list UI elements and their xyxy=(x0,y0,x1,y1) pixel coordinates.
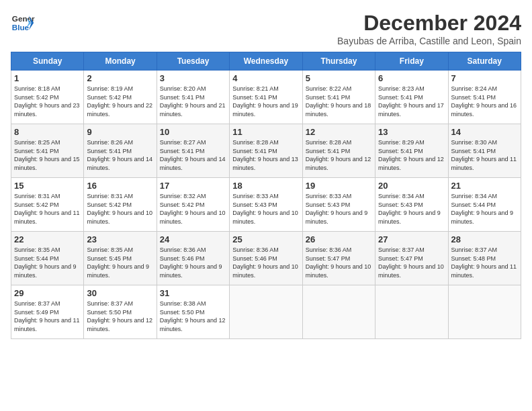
day-number: 4 xyxy=(232,73,299,83)
col-friday: Friday xyxy=(375,52,448,71)
calendar-cell: 31 Sunrise: 8:38 AM Sunset: 5:50 PM Dayl… xyxy=(157,285,229,339)
calendar-week-row: 15 Sunrise: 8:31 AM Sunset: 5:42 PM Dayl… xyxy=(11,178,521,232)
day-number: 2 xyxy=(87,73,153,83)
day-info: Sunrise: 8:19 AM Sunset: 5:42 PM Dayligh… xyxy=(87,85,153,118)
calendar-cell: 15 Sunrise: 8:31 AM Sunset: 5:42 PM Dayl… xyxy=(11,178,84,232)
calendar-cell: 25 Sunrise: 8:36 AM Sunset: 5:46 PM Dayl… xyxy=(230,232,302,285)
location-title: Bayubas de Arriba, Castille and Leon, Sp… xyxy=(337,36,521,46)
calendar-cell: 19 Sunrise: 8:33 AM Sunset: 5:43 PM Dayl… xyxy=(302,178,375,232)
day-info: Sunrise: 8:32 AM Sunset: 5:42 PM Dayligh… xyxy=(160,192,226,226)
calendar-cell: 20 Sunrise: 8:34 AM Sunset: 5:43 PM Dayl… xyxy=(375,178,448,232)
day-number: 3 xyxy=(160,73,226,83)
day-number: 18 xyxy=(232,181,299,191)
calendar-cell: 22 Sunrise: 8:35 AM Sunset: 5:44 PM Dayl… xyxy=(11,232,84,285)
day-info: Sunrise: 8:22 AM Sunset: 5:41 PM Dayligh… xyxy=(306,85,372,118)
title-area: December 2024 Bayubas de Arriba, Castill… xyxy=(337,11,521,46)
day-number: 7 xyxy=(451,73,518,83)
calendar-cell: 9 Sunrise: 8:26 AM Sunset: 5:41 PM Dayli… xyxy=(84,124,157,178)
calendar-cell: 13 Sunrise: 8:29 AM Sunset: 5:41 PM Dayl… xyxy=(375,124,448,178)
calendar-table: Sunday Monday Tuesday Wednesday Thursday… xyxy=(11,52,521,339)
month-title: December 2024 xyxy=(337,11,521,36)
col-monday: Monday xyxy=(84,52,157,71)
day-info: Sunrise: 8:28 AM Sunset: 5:41 PM Dayligh… xyxy=(306,138,372,172)
calendar-cell: 8 Sunrise: 8:25 AM Sunset: 5:41 PM Dayli… xyxy=(11,124,84,178)
calendar-cell xyxy=(375,285,448,339)
day-info: Sunrise: 8:20 AM Sunset: 5:41 PM Dayligh… xyxy=(160,85,226,118)
calendar-week-row: 29 Sunrise: 8:37 AM Sunset: 5:49 PM Dayl… xyxy=(11,285,521,339)
calendar-cell: 12 Sunrise: 8:28 AM Sunset: 5:41 PM Dayl… xyxy=(302,124,375,178)
day-number: 16 xyxy=(87,181,153,191)
day-number: 17 xyxy=(160,181,226,191)
day-info: Sunrise: 8:35 AM Sunset: 5:44 PM Dayligh… xyxy=(14,246,81,279)
day-info: Sunrise: 8:23 AM Sunset: 5:41 PM Dayligh… xyxy=(378,85,445,118)
day-info: Sunrise: 8:35 AM Sunset: 5:45 PM Dayligh… xyxy=(87,246,153,279)
logo: General Blue xyxy=(11,11,35,35)
day-number: 1 xyxy=(14,73,81,83)
day-number: 31 xyxy=(160,288,226,298)
calendar-cell: 1 Sunrise: 8:18 AM Sunset: 5:42 PM Dayli… xyxy=(11,71,84,124)
day-number: 15 xyxy=(14,181,81,191)
day-number: 23 xyxy=(87,234,153,244)
day-number: 25 xyxy=(232,234,299,244)
calendar-cell: 23 Sunrise: 8:35 AM Sunset: 5:45 PM Dayl… xyxy=(84,232,157,285)
calendar-cell: 14 Sunrise: 8:30 AM Sunset: 5:41 PM Dayl… xyxy=(448,124,521,178)
day-number: 29 xyxy=(14,288,81,298)
day-info: Sunrise: 8:28 AM Sunset: 5:41 PM Dayligh… xyxy=(232,138,299,172)
calendar-cell: 30 Sunrise: 8:37 AM Sunset: 5:50 PM Dayl… xyxy=(84,285,157,339)
col-saturday: Saturday xyxy=(448,52,521,71)
calendar-cell: 4 Sunrise: 8:21 AM Sunset: 5:41 PM Dayli… xyxy=(230,71,302,124)
day-number: 20 xyxy=(378,181,445,191)
day-info: Sunrise: 8:27 AM Sunset: 5:41 PM Dayligh… xyxy=(160,138,226,172)
calendar-week-row: 22 Sunrise: 8:35 AM Sunset: 5:44 PM Dayl… xyxy=(11,232,521,285)
day-info: Sunrise: 8:34 AM Sunset: 5:43 PM Dayligh… xyxy=(378,192,445,226)
day-info: Sunrise: 8:37 AM Sunset: 5:49 PM Dayligh… xyxy=(14,300,81,333)
calendar-cell: 29 Sunrise: 8:37 AM Sunset: 5:49 PM Dayl… xyxy=(11,285,84,339)
calendar-cell: 28 Sunrise: 8:37 AM Sunset: 5:48 PM Dayl… xyxy=(448,232,521,285)
day-info: Sunrise: 8:18 AM Sunset: 5:42 PM Dayligh… xyxy=(14,85,81,118)
calendar-cell xyxy=(230,285,302,339)
day-info: Sunrise: 8:30 AM Sunset: 5:41 PM Dayligh… xyxy=(451,138,518,172)
day-number: 8 xyxy=(14,127,81,137)
col-thursday: Thursday xyxy=(302,52,375,71)
day-number: 24 xyxy=(160,234,226,244)
calendar-cell: 16 Sunrise: 8:31 AM Sunset: 5:42 PM Dayl… xyxy=(84,178,157,232)
calendar-cell: 21 Sunrise: 8:34 AM Sunset: 5:44 PM Dayl… xyxy=(448,178,521,232)
col-sunday: Sunday xyxy=(11,52,84,71)
page-header: General Blue December 2024 Bayubas de Ar… xyxy=(11,11,521,46)
day-number: 27 xyxy=(378,234,445,244)
day-number: 13 xyxy=(378,127,445,137)
calendar-cell: 7 Sunrise: 8:24 AM Sunset: 5:41 PM Dayli… xyxy=(448,71,521,124)
calendar-week-row: 1 Sunrise: 8:18 AM Sunset: 5:42 PM Dayli… xyxy=(11,71,521,124)
day-number: 30 xyxy=(87,288,153,298)
day-info: Sunrise: 8:36 AM Sunset: 5:46 PM Dayligh… xyxy=(232,246,299,279)
calendar-cell: 2 Sunrise: 8:19 AM Sunset: 5:42 PM Dayli… xyxy=(84,71,157,124)
day-number: 14 xyxy=(451,127,518,137)
day-info: Sunrise: 8:25 AM Sunset: 5:41 PM Dayligh… xyxy=(14,138,81,172)
day-info: Sunrise: 8:36 AM Sunset: 5:47 PM Dayligh… xyxy=(306,246,372,279)
day-info: Sunrise: 8:37 AM Sunset: 5:47 PM Dayligh… xyxy=(378,246,445,279)
calendar-cell: 27 Sunrise: 8:37 AM Sunset: 5:47 PM Dayl… xyxy=(375,232,448,285)
col-tuesday: Tuesday xyxy=(157,52,229,71)
day-number: 26 xyxy=(306,234,372,244)
day-number: 11 xyxy=(232,127,299,137)
calendar-cell: 11 Sunrise: 8:28 AM Sunset: 5:41 PM Dayl… xyxy=(230,124,302,178)
day-info: Sunrise: 8:29 AM Sunset: 5:41 PM Dayligh… xyxy=(378,138,445,172)
calendar-cell: 3 Sunrise: 8:20 AM Sunset: 5:41 PM Dayli… xyxy=(157,71,229,124)
day-info: Sunrise: 8:31 AM Sunset: 5:42 PM Dayligh… xyxy=(87,192,153,226)
day-info: Sunrise: 8:26 AM Sunset: 5:41 PM Dayligh… xyxy=(87,138,153,172)
calendar-cell: 6 Sunrise: 8:23 AM Sunset: 5:41 PM Dayli… xyxy=(375,71,448,124)
calendar-cell: 10 Sunrise: 8:27 AM Sunset: 5:41 PM Dayl… xyxy=(157,124,229,178)
day-info: Sunrise: 8:24 AM Sunset: 5:41 PM Dayligh… xyxy=(451,85,518,118)
calendar-cell: 26 Sunrise: 8:36 AM Sunset: 5:47 PM Dayl… xyxy=(302,232,375,285)
day-number: 5 xyxy=(306,73,372,83)
day-info: Sunrise: 8:34 AM Sunset: 5:44 PM Dayligh… xyxy=(451,192,518,226)
calendar-cell xyxy=(448,285,521,339)
calendar-header-row: Sunday Monday Tuesday Wednesday Thursday… xyxy=(11,52,521,71)
day-info: Sunrise: 8:38 AM Sunset: 5:50 PM Dayligh… xyxy=(160,300,226,333)
calendar-cell: 17 Sunrise: 8:32 AM Sunset: 5:42 PM Dayl… xyxy=(157,178,229,232)
day-number: 10 xyxy=(160,127,226,137)
day-info: Sunrise: 8:37 AM Sunset: 5:50 PM Dayligh… xyxy=(87,300,153,333)
day-number: 6 xyxy=(378,73,445,83)
day-number: 19 xyxy=(306,181,372,191)
day-number: 22 xyxy=(14,234,81,244)
